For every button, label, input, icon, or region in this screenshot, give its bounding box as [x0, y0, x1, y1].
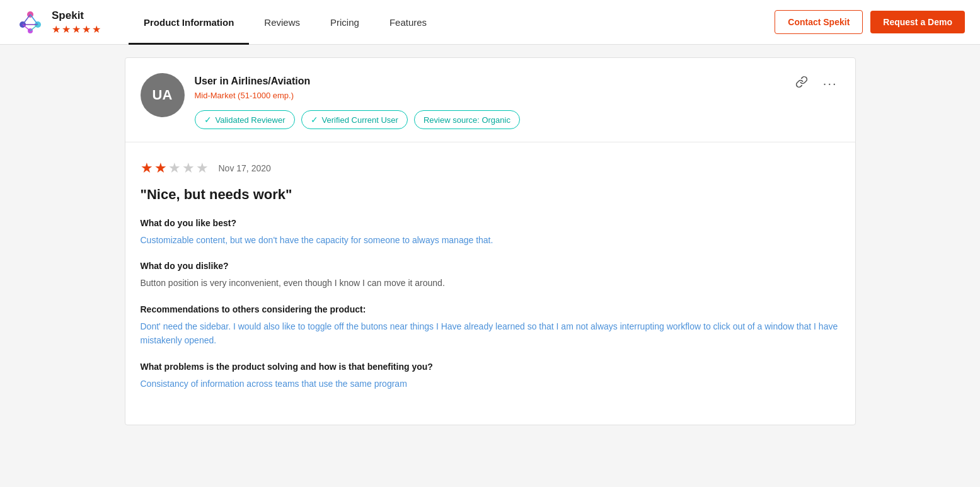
check-icon-2: ✓	[311, 115, 318, 125]
reviewer-left: UA User in Airlines/Aviation Mid-Market …	[141, 73, 520, 129]
review-header: ★ ★ ★ ★ ★ Nov 17, 2020	[141, 160, 840, 176]
badge-label-1: Validated Reviewer	[216, 115, 285, 125]
header-nav: Product Information Reviews Pricing Feat…	[129, 0, 775, 45]
avatar: UA	[141, 73, 185, 117]
review-star-3: ★	[168, 160, 181, 176]
brand-info: Spekit ★ ★ ★ ★ ★	[52, 9, 101, 35]
check-icon-1: ✓	[204, 115, 212, 125]
star-2: ★	[62, 23, 71, 35]
review-star-1: ★	[141, 160, 153, 176]
brand-stars: ★ ★ ★ ★ ★	[52, 23, 101, 35]
section-recommendations: Recommendations to others considering th…	[141, 304, 840, 348]
review-star-4: ★	[182, 160, 195, 176]
demo-button[interactable]: Request a Demo	[870, 11, 965, 33]
review-date: Nov 17, 2020	[219, 163, 271, 173]
contact-button[interactable]: Contact Spekit	[775, 10, 863, 34]
review-title: "Nice, but needs work"	[141, 186, 840, 203]
review-rating-stars: ★ ★ ★ ★ ★	[141, 160, 209, 176]
header-actions: Contact Spekit Request a Demo	[775, 10, 965, 34]
review-star-5: ★	[196, 160, 209, 176]
brand: Spekit ★ ★ ★ ★ ★	[15, 7, 116, 37]
nav-product-information[interactable]: Product Information	[129, 0, 249, 45]
star-3: ★	[72, 23, 81, 35]
reviewer-info: User in Airlines/Aviation Mid-Market (51…	[195, 73, 520, 129]
badge-review-source: Review source: Organic	[414, 110, 520, 129]
nav-reviews[interactable]: Reviews	[249, 0, 315, 45]
header: Spekit ★ ★ ★ ★ ★ Product Information Rev…	[0, 0, 980, 45]
question-recommendations: Recommendations to others considering th…	[141, 304, 840, 314]
svg-line-7	[23, 25, 30, 31]
svg-line-5	[30, 14, 38, 25]
svg-line-8	[30, 25, 38, 31]
answer-problems: Consistancy of information across teams …	[141, 377, 840, 391]
more-options-button[interactable]: ···	[821, 74, 840, 93]
question-dislike: What do you dislike?	[141, 261, 840, 271]
reviewer-section: UA User in Airlines/Aviation Mid-Market …	[125, 58, 855, 142]
question-like-best: What do you like best?	[141, 218, 840, 228]
reviewer-badges: ✓ Validated Reviewer ✓ Verified Current …	[195, 110, 520, 129]
review-card: UA User in Airlines/Aviation Mid-Market …	[125, 57, 856, 425]
reviewer-name: User in Airlines/Aviation	[195, 76, 520, 87]
section-dislike: What do you dislike? Button position is …	[141, 261, 840, 290]
question-problems: What problems is the product solving and…	[141, 362, 840, 372]
brand-name: Spekit	[52, 9, 101, 22]
review-star-2: ★	[154, 160, 167, 176]
brand-logo	[15, 7, 45, 37]
badge-label-3: Review source: Organic	[424, 115, 510, 125]
reviewer-actions: ···	[793, 73, 840, 94]
badge-verified-user: ✓ Verified Current User	[301, 110, 408, 129]
answer-like-best: Customizable content, but we don't have …	[141, 233, 840, 247]
badge-validated-reviewer: ✓ Validated Reviewer	[195, 110, 295, 129]
answer-dislike: Button position is very inconvenient, ev…	[141, 276, 840, 290]
answer-recommendations: Dont' need the sidebar. I would also lik…	[141, 319, 840, 348]
nav-pricing[interactable]: Pricing	[315, 0, 374, 45]
main-content: UA User in Airlines/Aviation Mid-Market …	[125, 57, 856, 425]
reviewer-segment: Mid-Market (51-1000 emp.)	[195, 91, 520, 100]
star-5: ★	[92, 23, 101, 35]
star-4: ★	[82, 23, 91, 35]
link-icon	[795, 76, 808, 88]
svg-line-4	[23, 14, 30, 25]
section-like-best: What do you like best? Customizable cont…	[141, 218, 840, 247]
review-body: ★ ★ ★ ★ ★ Nov 17, 2020 "Nice, but needs …	[125, 142, 855, 425]
badge-label-2: Verified Current User	[322, 115, 398, 125]
star-1: ★	[52, 23, 61, 35]
nav-features[interactable]: Features	[374, 0, 442, 45]
ellipsis-icon: ···	[823, 76, 838, 90]
link-button[interactable]	[793, 73, 810, 94]
section-problems: What problems is the product solving and…	[141, 362, 840, 391]
